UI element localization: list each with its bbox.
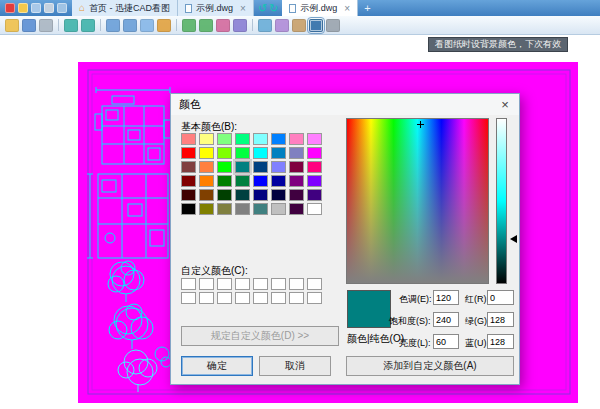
basic-color-swatch[interactable] — [271, 189, 286, 201]
luminance-bar[interactable] — [496, 118, 507, 284]
text-icon[interactable] — [233, 19, 247, 32]
basic-color-swatch[interactable] — [181, 203, 196, 215]
custom-color-swatch[interactable] — [289, 278, 304, 290]
pan-icon[interactable] — [157, 19, 171, 32]
fullscreen-icon[interactable] — [326, 19, 340, 32]
forward-icon[interactable]: ↻ — [269, 2, 278, 15]
zoom-out-icon[interactable] — [123, 19, 137, 32]
zoom-extents-icon[interactable] — [140, 19, 154, 32]
background-color-icon[interactable] — [309, 19, 323, 32]
color-spectrum[interactable] — [346, 118, 489, 284]
saturation-field[interactable] — [433, 312, 459, 327]
basic-color-swatch[interactable] — [235, 203, 250, 215]
redo-icon[interactable] — [81, 19, 95, 32]
basic-color-swatch[interactable] — [253, 203, 268, 215]
tab-close-icon[interactable]: × — [240, 3, 246, 14]
basic-color-swatch[interactable] — [199, 203, 214, 215]
basic-color-swatch[interactable] — [307, 133, 322, 145]
custom-color-swatch[interactable] — [253, 292, 268, 304]
tab-drawing-2[interactable]: 示例.dwg × — [282, 0, 358, 16]
basic-color-swatch[interactable] — [217, 175, 232, 187]
export-icon[interactable] — [292, 19, 306, 32]
custom-color-swatch[interactable] — [217, 292, 232, 304]
custom-color-swatch[interactable] — [235, 278, 250, 290]
basic-color-swatch[interactable] — [217, 161, 232, 173]
basic-color-swatch[interactable] — [289, 147, 304, 159]
new-tab-button[interactable]: + — [358, 0, 376, 16]
basic-color-swatch[interactable] — [253, 189, 268, 201]
basic-color-swatch[interactable] — [253, 161, 268, 173]
add-to-custom-colors-button[interactable]: 添加到自定义颜色(A) — [346, 356, 514, 376]
basic-color-swatch[interactable] — [199, 133, 214, 145]
basic-color-swatch[interactable] — [199, 161, 214, 173]
basic-color-swatch[interactable] — [181, 147, 196, 159]
custom-color-swatch[interactable] — [307, 292, 322, 304]
basic-color-swatch[interactable] — [181, 175, 196, 187]
basic-color-swatch[interactable] — [307, 147, 322, 159]
basic-color-swatch[interactable] — [199, 175, 214, 187]
basic-color-swatch[interactable] — [289, 203, 304, 215]
basic-color-swatch[interactable] — [307, 203, 322, 215]
basic-color-swatch[interactable] — [181, 133, 196, 145]
annotate-icon[interactable] — [216, 19, 230, 32]
basic-color-swatch[interactable] — [199, 147, 214, 159]
basic-color-swatch[interactable] — [271, 161, 286, 173]
basic-color-swatch[interactable] — [271, 133, 286, 145]
custom-color-swatch[interactable] — [253, 278, 268, 290]
luminance-field[interactable] — [433, 334, 459, 349]
basic-color-swatch[interactable] — [217, 147, 232, 159]
dialog-close-icon[interactable]: × — [491, 94, 519, 115]
basic-color-swatch[interactable] — [217, 189, 232, 201]
basic-color-swatch[interactable] — [289, 161, 304, 173]
basic-color-swatch[interactable] — [217, 133, 232, 145]
tab-drawing-1[interactable]: 示例.dwg × — [178, 0, 254, 16]
basic-color-swatch[interactable] — [271, 203, 286, 215]
tab-home[interactable]: ⌂ 首页 - 迅捷CAD看图 — [72, 0, 178, 16]
measure-icon[interactable] — [182, 19, 196, 32]
basic-color-swatch[interactable] — [235, 189, 250, 201]
hue-field[interactable] — [433, 290, 459, 305]
blue-field[interactable] — [487, 334, 514, 349]
back-icon[interactable]: ↺ — [258, 2, 267, 15]
pin-icon[interactable] — [18, 3, 28, 13]
luminance-slider-arrow[interactable] — [510, 235, 517, 243]
custom-color-swatch[interactable] — [181, 278, 196, 290]
basic-color-swatch[interactable] — [253, 175, 268, 187]
tab-close-icon[interactable]: × — [344, 3, 350, 14]
open-file-icon[interactable] — [5, 19, 19, 32]
basic-color-swatch[interactable] — [289, 175, 304, 187]
ok-button[interactable]: 确定 — [181, 356, 253, 376]
custom-color-swatch[interactable] — [307, 278, 322, 290]
layers-icon[interactable] — [258, 19, 272, 32]
define-custom-colors-button[interactable]: 规定自定义颜色(D) >> — [181, 326, 339, 346]
basic-color-swatch[interactable] — [199, 189, 214, 201]
settings-icon[interactable] — [57, 3, 67, 13]
custom-color-swatch[interactable] — [271, 292, 286, 304]
cancel-button[interactable]: 取消 — [259, 356, 331, 376]
basic-color-swatch[interactable] — [289, 189, 304, 201]
basic-color-swatch[interactable] — [253, 133, 268, 145]
basic-color-swatch[interactable] — [235, 161, 250, 173]
print-icon[interactable] — [44, 3, 54, 13]
save-icon[interactable] — [22, 19, 36, 32]
basic-color-swatch[interactable] — [235, 175, 250, 187]
basic-color-swatch[interactable] — [181, 161, 196, 173]
basic-color-swatch[interactable] — [307, 189, 322, 201]
save-icon[interactable] — [31, 3, 41, 13]
custom-color-swatch[interactable] — [199, 278, 214, 290]
custom-color-swatch[interactable] — [235, 292, 250, 304]
spectrum-crosshair-icon[interactable] — [417, 121, 424, 128]
zoom-in-icon[interactable] — [106, 19, 120, 32]
basic-color-swatch[interactable] — [271, 147, 286, 159]
basic-color-swatch[interactable] — [307, 175, 322, 187]
basic-color-swatch[interactable] — [235, 133, 250, 145]
basic-color-swatch[interactable] — [307, 161, 322, 173]
custom-color-swatch[interactable] — [217, 278, 232, 290]
custom-color-swatch[interactable] — [199, 292, 214, 304]
custom-color-swatch[interactable] — [271, 278, 286, 290]
basic-color-swatch[interactable] — [289, 133, 304, 145]
basic-color-swatch[interactable] — [271, 175, 286, 187]
basic-color-swatch[interactable] — [253, 147, 268, 159]
undo-icon[interactable] — [64, 19, 78, 32]
red-field[interactable] — [487, 290, 514, 305]
